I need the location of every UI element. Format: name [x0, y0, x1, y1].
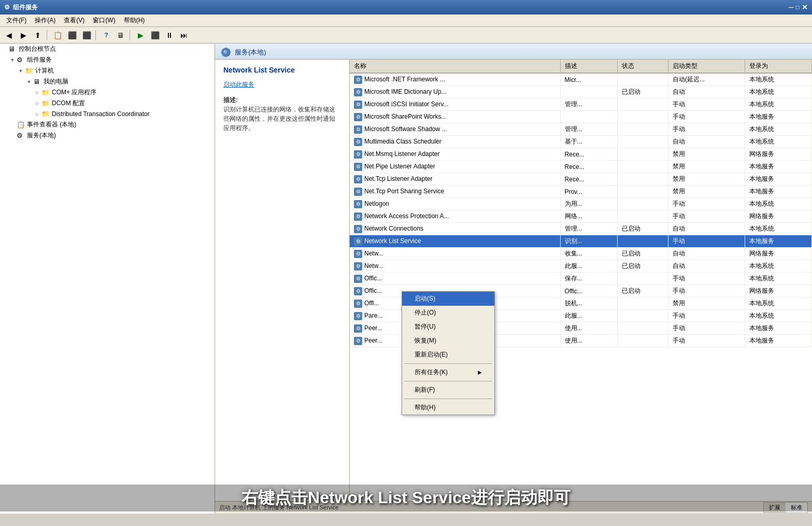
pause-btn[interactable]: ⏸ [163, 29, 176, 41]
services-list[interactable]: 名称 描述 状态 启动类型 登录为 ⚙Microsoft .NET Framew… [350, 60, 812, 501]
col-header-login[interactable]: 登录为 [745, 60, 811, 73]
table-row[interactable]: ⚙Network List Service识别...手动本地服务 [350, 235, 812, 248]
col-header-name[interactable]: 名称 [350, 60, 560, 73]
tree-dcom[interactable]: ▷ 📁 DCOM 配置 [0, 98, 215, 109]
service-login-cell: 本地系统 [745, 297, 811, 310]
desc-pane: Network List Service 启动此服务 描述: 识别计算机已连接的… [215, 60, 350, 501]
status-bar: 启动 本地计算机 上的服务 Network List Service 扩展 标准 [215, 501, 812, 514]
service-startup-cell: 禁用 [668, 161, 745, 173]
service-desc-cell [560, 86, 618, 98]
menu-view[interactable]: 查看(V) [60, 15, 89, 26]
table-row[interactable]: ⚙Netlogon为用...手动本地系统 [350, 198, 812, 210]
table-row[interactable]: ⚙Network Access Protection A...网络...手动网络… [350, 210, 812, 223]
menu-file[interactable]: 文件(F) [2, 15, 31, 26]
table-row[interactable]: ⚙Network Connections管理...已启动自动本地系统 [350, 223, 812, 235]
tree-toggle-comp[interactable]: ▼ [17, 67, 25, 75]
mmc-btn[interactable]: 🖥 [114, 29, 127, 41]
up-btn[interactable]: ⬆ [31, 29, 45, 41]
table-row[interactable]: ⚙Microsoft iSCSI Initiator Serv...管理...手… [350, 98, 812, 111]
service-startup-cell: 手动 [668, 123, 745, 136]
tree-toggle-dtc[interactable]: ▷ [33, 110, 41, 118]
service-startup-cell: 手动 [668, 322, 745, 335]
tree-icon-dtc: 📁 [41, 110, 50, 118]
service-startup-cell: 手动 [668, 335, 745, 347]
tree-toggle-cs[interactable]: ▼ [8, 56, 17, 64]
tree-event-viewer[interactable]: 📋 事件查看器 (本地) [0, 119, 215, 130]
tree-icon-mycomp: 🖥 [33, 78, 41, 86]
ctx-item-restart[interactable]: 重新启动(E) [402, 348, 494, 362]
table-row[interactable]: ⚙Net.Msmq Listener AdapterRece...禁用网络服务 [350, 148, 812, 161]
table-row[interactable]: ⚙Microsoft IME Dictionary Up...已启动自动本地系统 [350, 86, 812, 98]
step-btn[interactable]: ⏭ [177, 29, 191, 41]
show-hide-btn[interactable]: 📋 [51, 29, 64, 41]
tree-toggle-com[interactable]: ▷ [33, 89, 41, 97]
ctx-item-resume[interactable]: 恢复(M) [402, 334, 494, 348]
service-login-cell: 网络服务 [745, 148, 811, 161]
tree-root[interactable]: 🖥 控制台根节点 [0, 44, 215, 54]
tree-label-mycomp: 我的电脑 [44, 77, 68, 86]
service-name-cell: ⚙Network List Service [350, 235, 560, 248]
tree-com-plus[interactable]: ▷ 📁 COM+ 应用程序 [0, 87, 215, 98]
col-header-status[interactable]: 状态 [618, 60, 668, 73]
maximize-btn[interactable]: □ [796, 4, 800, 11]
tree-toggle-root[interactable] [0, 45, 8, 53]
back-btn[interactable]: ◀ [2, 29, 16, 41]
desc-text: 识别计算机已连接的网络，收集和存储这些网络的属性，并在更改这些属性时通知应用程序… [223, 106, 335, 132]
tree-component-services[interactable]: ▼ ⚙ 组件服务 [0, 54, 215, 65]
service-desc-cell: 管理... [560, 223, 618, 235]
table-row[interactable]: ⚙Microsoft SharePoint Works...手动本地服务 [350, 111, 812, 123]
stop-btn[interactable]: ⬛ [148, 29, 162, 41]
service-login-cell: 网络服务 [745, 210, 811, 223]
minimize-btn[interactable]: ─ [789, 3, 794, 11]
ctx-item-start[interactable]: 启动(S) [402, 292, 494, 306]
table-row[interactable]: ⚙Net.Tcp Port Sharing ServiceProv...禁用本地… [350, 186, 812, 198]
ctx-item-stop[interactable]: 停止(O) [402, 306, 494, 320]
tree-label-root: 控制台根节点 [19, 45, 56, 53]
table-row[interactable]: ⚙Netw...此服...已启动自动本地系统 [350, 260, 812, 273]
ctx-separator [404, 381, 492, 381]
table-row[interactable]: ⚙Multimedia Class Scheduler基于...自动本地系统 [350, 136, 812, 148]
tree-dtc[interactable]: ▷ 📁 Distributed Transaction Coordinator [0, 109, 215, 119]
service-status-cell: 已启动 [618, 260, 668, 273]
menu-help[interactable]: 帮助(H) [120, 15, 149, 26]
service-name-cell: ⚙Net.Tcp Listener Adapter [350, 173, 560, 186]
tab-expand[interactable]: 扩展 [764, 503, 786, 513]
service-name-cell: ⚙Netw... [350, 248, 560, 260]
tree-toggle-ev[interactable] [8, 121, 17, 129]
col-header-startup[interactable]: 启动类型 [668, 60, 745, 73]
tree-toggle-svc[interactable] [8, 132, 17, 140]
action-link[interactable]: 启动此服务 [223, 81, 254, 88]
tree-computers[interactable]: ▼ 📁 计算机 [0, 65, 215, 76]
help-btn[interactable]: ? [99, 29, 113, 41]
close-btn[interactable]: ✕ [802, 3, 808, 11]
export-btn[interactable]: ⬛ [65, 29, 79, 41]
tab-group: 扩展 标准 [763, 502, 808, 513]
service-startup-cell: 手动 [668, 98, 745, 111]
tree-icon-ev: 📋 [17, 121, 25, 129]
tree-mycomputer[interactable]: ▼ 🖥 我的电脑 [0, 76, 215, 87]
tree-toggle-mycomp[interactable]: ▼ [25, 78, 33, 86]
ctx-item-pause[interactable]: 暂停(U) [402, 320, 494, 334]
ctx-item-help[interactable]: 帮助(H) [402, 401, 494, 415]
table-row[interactable]: ⚙Netw...收集...已启动自动网络服务 [350, 248, 812, 260]
import-btn[interactable]: ⬛ [80, 29, 93, 41]
service-desc-cell: Rece... [560, 148, 618, 161]
table-row[interactable]: ⚙Microsoft Software Shadow ...管理...手动本地系… [350, 123, 812, 136]
menu-action[interactable]: 操作(A) [31, 15, 60, 26]
table-row[interactable]: ⚙Net.Tcp Listener AdapterRece...禁用本地服务 [350, 173, 812, 186]
menu-window[interactable]: 窗口(W) [89, 15, 119, 26]
table-row[interactable]: ⚙Microsoft .NET Framework ...Micr...自动(延… [350, 73, 812, 86]
tree-services[interactable]: ⚙ 服务(本地) [0, 130, 215, 141]
tree-toggle-dcom[interactable]: ▷ [33, 99, 41, 108]
forward-btn[interactable]: ▶ [17, 29, 30, 41]
tab-standard[interactable]: 标准 [786, 503, 807, 513]
table-row[interactable]: ⚙Net.Pipe Listener AdapterRece...禁用本地服务 [350, 161, 812, 173]
service-login-cell: 本地系统 [745, 310, 811, 322]
table-row[interactable]: ⚙Offic...保存...手动本地系统 [350, 273, 812, 285]
play-btn[interactable]: ▶ [134, 29, 147, 41]
sep-3 [130, 30, 132, 40]
ctx-item-refresh[interactable]: 刷新(F) [402, 383, 494, 397]
ctx-item-all-tasks[interactable]: 所有任务(K)▶ [402, 365, 494, 379]
tree-label-dtc: Distributed Transaction Coordinator [52, 110, 150, 118]
col-header-desc[interactable]: 描述 [560, 60, 618, 73]
